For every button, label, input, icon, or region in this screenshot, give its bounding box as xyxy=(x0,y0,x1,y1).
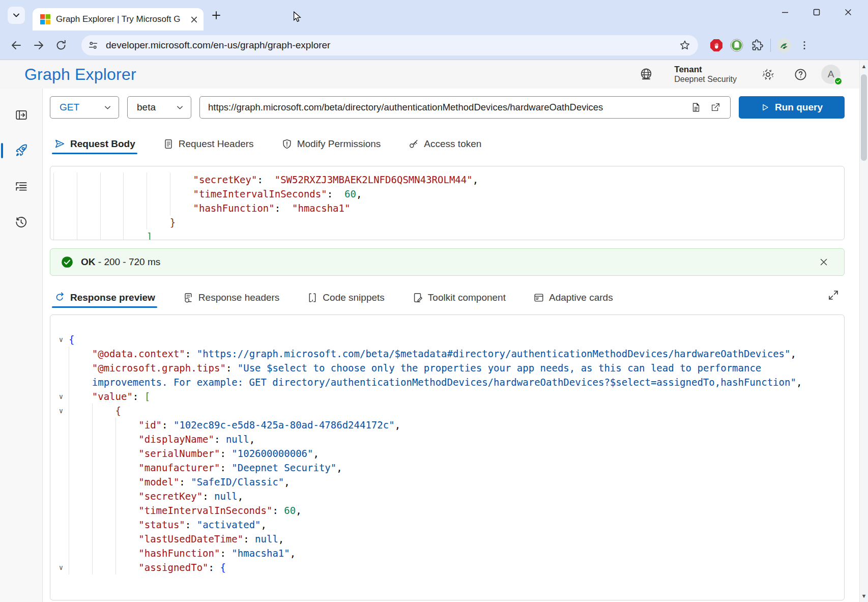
run-query-button[interactable]: Run query xyxy=(739,96,845,119)
tab-label: Modify Permissions xyxy=(297,138,381,150)
dismiss-status-button[interactable] xyxy=(815,253,833,271)
code-line: ] xyxy=(53,230,844,240)
new-tab-button[interactable] xyxy=(208,7,225,24)
key-icon xyxy=(408,138,419,150)
code-line: "status": "activated", xyxy=(53,518,844,532)
address-bar[interactable]: developer.microsoft.com/en-us/graph/grap… xyxy=(81,35,698,55)
code-line: ∨ { xyxy=(53,404,844,418)
chevron-down-icon xyxy=(12,11,20,19)
chevron-down-icon xyxy=(104,104,111,111)
avatar-initial: A xyxy=(828,69,834,80)
copy-document-button[interactable] xyxy=(686,98,706,117)
site-info-icon[interactable] xyxy=(88,40,99,51)
sidebar-item-history[interactable] xyxy=(10,211,33,233)
tab-code-snippets[interactable]: Code snippets xyxy=(305,292,386,310)
request-body-editor[interactable]: "secretKey": "SW52RXZJ3MBAEK2LNFD6QSMN43… xyxy=(50,166,845,240)
share-icon xyxy=(710,102,721,113)
forward-button[interactable] xyxy=(27,34,50,56)
bookmark-star-icon[interactable] xyxy=(679,39,691,51)
puzzle-icon xyxy=(751,39,764,51)
tab-adaptive-cards[interactable]: Adaptive cards xyxy=(531,292,615,310)
collapse-chevron-icon[interactable]: ∨ xyxy=(53,560,69,575)
gutter xyxy=(53,418,69,432)
tab-request-body[interactable]: Request Body xyxy=(52,138,137,157)
ghostery-icon xyxy=(730,38,744,52)
tab-title: Graph Explorer | Try Microsoft G xyxy=(56,14,187,24)
globe-icon xyxy=(639,67,653,81)
code-line: ∨ "value": [ xyxy=(53,389,844,404)
response-preview-icon xyxy=(54,292,66,303)
plus-icon xyxy=(211,10,221,20)
gear-icon xyxy=(761,68,775,81)
scroll-up-arrow[interactable]: ▲ xyxy=(860,62,868,70)
tab-label: Request Headers xyxy=(179,138,254,150)
settings-button[interactable] xyxy=(756,63,779,86)
collapse-chevron-icon[interactable]: ∨ xyxy=(53,389,69,404)
tab-toolkit-component[interactable]: Toolkit component xyxy=(410,292,508,310)
tab-label: Request Body xyxy=(70,138,135,150)
browser-profile-avatar[interactable] xyxy=(774,35,794,55)
scrollbar-thumb[interactable] xyxy=(861,74,867,161)
minimize-button[interactable] xyxy=(769,0,801,24)
query-url-input[interactable]: https://graph.microsoft.com/beta/directo… xyxy=(199,96,731,119)
query-url-text[interactable]: https://graph.microsoft.com/beta/directo… xyxy=(208,102,686,113)
minimize-icon xyxy=(780,7,790,17)
collapse-chevron-icon[interactable]: ∨ xyxy=(53,332,69,347)
help-button[interactable] xyxy=(789,63,812,86)
status-detail: - 200 - 720 ms xyxy=(98,256,161,267)
sidebar-item-run-query[interactable] xyxy=(10,139,33,162)
share-query-button[interactable] xyxy=(706,98,725,117)
url-text[interactable]: developer.microsoft.com/en-us/graph/grap… xyxy=(106,40,679,51)
adaptive-card-icon xyxy=(533,292,544,303)
reload-button[interactable] xyxy=(50,34,72,56)
maximize-button[interactable] xyxy=(801,0,832,24)
gutter xyxy=(53,361,69,375)
document-icon xyxy=(690,102,702,113)
extensions-button[interactable] xyxy=(747,35,767,55)
code-line: "timeIntervalInSeconds": 60, xyxy=(53,187,844,201)
play-icon xyxy=(761,103,770,112)
tab-modify-permissions[interactable]: Modify Permissions xyxy=(279,138,383,157)
tenant-globe-button[interactable] xyxy=(634,63,658,86)
app-header: Graph Explorer Tenant Deepnet Security xyxy=(0,60,868,89)
success-check-icon xyxy=(61,255,74,269)
browser-tab[interactable]: Graph Explorer | Try Microsoft G xyxy=(33,8,204,31)
browser-menu-button[interactable] xyxy=(794,35,815,55)
code-line: "timeIntervalInSeconds": 60, xyxy=(53,503,844,518)
browser-titlebar: Graph Explorer | Try Microsoft G xyxy=(0,0,868,31)
method-select[interactable]: GET xyxy=(50,96,119,119)
kebab-menu-icon xyxy=(799,40,810,51)
reload-icon xyxy=(55,39,67,51)
scroll-down-arrow[interactable]: ▼ xyxy=(860,592,868,600)
sidebar-item-sample-queries[interactable] xyxy=(10,175,33,197)
tab-request-headers[interactable]: Request Headers xyxy=(161,138,256,157)
tab-response-headers[interactable]: Response headers xyxy=(181,292,282,310)
app-title: Graph Explorer xyxy=(24,65,136,84)
tab-label: Response preview xyxy=(70,292,155,303)
page-scrollbar[interactable]: ▲ ▼ xyxy=(859,60,868,602)
request-tabs: Request Body Request Headers Modify Perm… xyxy=(52,127,845,157)
sidebar-expand-button[interactable] xyxy=(10,104,33,126)
tab-access-token[interactable]: Access token xyxy=(406,138,483,157)
back-icon xyxy=(10,39,22,51)
adblock-extension-icon[interactable] xyxy=(706,35,727,55)
help-icon xyxy=(794,68,807,81)
expand-response-button[interactable] xyxy=(823,285,844,305)
tab-search-button[interactable] xyxy=(8,7,25,24)
tab-response-preview[interactable]: Response preview xyxy=(52,292,157,310)
code-line: "@microsoft.graph.tips": "Use $select to… xyxy=(53,361,844,375)
gutter xyxy=(53,518,69,532)
run-query-label: Run query xyxy=(775,102,823,113)
collapse-chevron-icon[interactable]: ∨ xyxy=(53,404,69,418)
ghostery-extension-icon[interactable] xyxy=(727,35,747,55)
code-line: "hashFunction": "hmacsha1" xyxy=(53,201,844,215)
back-button[interactable] xyxy=(5,34,27,56)
version-select[interactable]: beta xyxy=(127,96,191,119)
tab-close-icon[interactable] xyxy=(190,15,198,24)
tab-label: Access token xyxy=(424,138,481,150)
tab-label: Code snippets xyxy=(323,292,384,303)
close-window-button[interactable] xyxy=(832,0,864,24)
profile-avatar-icon xyxy=(776,38,792,53)
account-avatar[interactable]: A xyxy=(821,65,841,84)
response-preview-viewer[interactable]: ∨{ "@odata.context": "https://graph.micr… xyxy=(50,314,845,600)
